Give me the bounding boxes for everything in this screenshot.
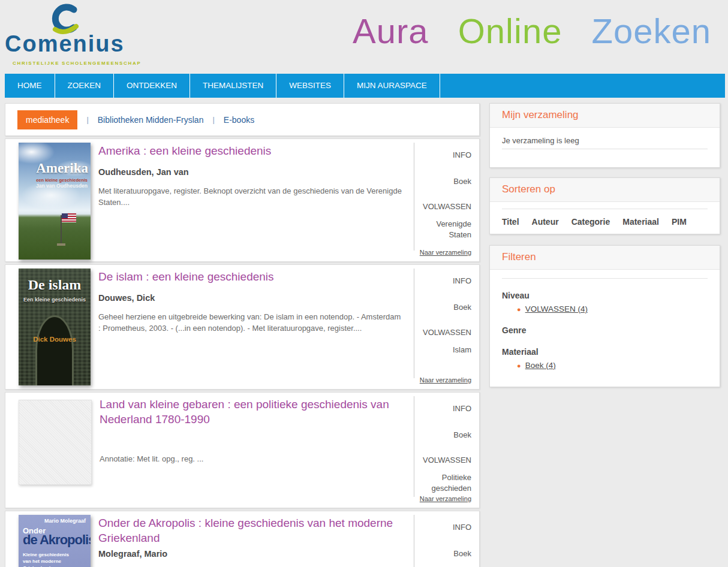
- result-author: Oudheusden, Jan van: [98, 167, 404, 178]
- bullet-icon: ●: [517, 306, 521, 313]
- add-to-collection-link[interactable]: Naar verzameling: [420, 376, 471, 384]
- filter-group-label: Niveau: [502, 291, 708, 300]
- info-link[interactable]: INFO: [453, 150, 471, 159]
- comenius-c-icon: [46, 4, 85, 35]
- material-label: Boek: [453, 177, 471, 186]
- result-title[interactable]: Land van kleine gebaren : een politieke …: [100, 397, 404, 427]
- main-nav: HOME ZOEKEN ONTDEKKEN THEMALIJSTEN WEBSI…: [5, 74, 725, 98]
- result-meta: INFO Boek VOLWASSEN Islam Naar verzameli…: [414, 265, 479, 389]
- result-row-2: De islam Een kleine geschiedenis Dick Do…: [5, 264, 480, 390]
- brand-name: Comenius: [5, 31, 125, 57]
- result-row-3: Land van kleine gebaren : een politieke …: [5, 392, 480, 508]
- subject-label: Politieke geschieden: [414, 472, 471, 494]
- divider: [502, 278, 708, 279]
- nav-item-ontdekken[interactable]: ONTDEKKEN: [114, 74, 190, 98]
- result-title[interactable]: Onder de Akropolis : kleine geschiedenis…: [98, 516, 404, 545]
- info-link[interactable]: INFO: [453, 404, 471, 413]
- result-title[interactable]: Amerika : een kleine geschiedenis: [98, 144, 404, 159]
- add-to-collection-link[interactable]: Naar verzameling: [420, 249, 471, 256]
- collection-empty-text: Je verzameling is leeg: [502, 128, 708, 149]
- book-cover-placeholder[interactable]: [19, 400, 92, 485]
- sidebar: Mijn verzameling Je verzameling is leeg …: [489, 103, 720, 387]
- result-details: Amerika : een kleine geschiedenis Oudheu…: [91, 139, 414, 261]
- us-flag-graphic: [62, 213, 76, 222]
- sort-by-auteur[interactable]: Auteur: [532, 217, 559, 227]
- comenius-logo[interactable]: Comenius CHRISTELIJKE SCHOLENGEMEENSCHAP: [5, 4, 149, 71]
- material-label: Boek: [453, 430, 471, 439]
- sort-by-pim[interactable]: PIM: [672, 217, 687, 227]
- result-row-4: Mario Molegraaf Onder de Akropolis Klein…: [5, 511, 480, 567]
- tab-separator: |: [86, 115, 88, 124]
- cover-author: Jan van Oudheusden: [19, 183, 88, 189]
- nav-item-websites[interactable]: WEBSITES: [276, 74, 344, 98]
- result-author: Douwes, Dick: [98, 293, 404, 304]
- book-cover-amerika[interactable]: Amerika een kleine geschiedenis Jan van …: [19, 143, 91, 260]
- nav-item-home[interactable]: HOME: [5, 74, 55, 98]
- sort-by-titel[interactable]: Titel: [502, 217, 519, 227]
- result-meta: INFO Boek VOLWASSEN Politieke geschieden…: [414, 393, 479, 508]
- app-title-word-3: Zoeken: [592, 11, 711, 50]
- main-content: mediatheek | Bibliotheken Midden-Fryslan…: [5, 103, 725, 567]
- bullet-icon: ●: [517, 362, 521, 369]
- filter-group-niveau: Niveau ●VOLWASSEN (4): [490, 291, 720, 313]
- result-description: Met literatuuropgave, register. Beknopt …: [98, 186, 404, 209]
- cover-title-line2: de Akropolis: [23, 532, 91, 548]
- add-to-collection-link[interactable]: Naar verzameling: [420, 495, 471, 502]
- cover-subtitle: Kleine geschiedenis van het moderne Grie…: [23, 552, 71, 567]
- collection-panel-title: Mijn verzameling: [490, 104, 720, 128]
- subject-label: Verenigde Staten: [414, 219, 471, 240]
- level-label: VOLWASSEN: [423, 456, 471, 465]
- filter-option: ●Boek (4): [517, 361, 708, 370]
- result-details: De islam : een kleine geschiedenis Douwe…: [91, 265, 414, 389]
- sort-panel: Sorteren op Titel Auteur Categorie Mater…: [489, 177, 720, 234]
- info-link[interactable]: INFO: [453, 523, 471, 532]
- app-title-word-2: Online: [458, 11, 562, 50]
- filter-panel-title: Filteren: [490, 246, 720, 270]
- filter-panel: Filteren Niveau ●VOLWASSEN (4) Genre Mat…: [489, 245, 720, 387]
- result-details: Onder de Akropolis : kleine geschiedenis…: [91, 511, 414, 567]
- cover-author: Dick Douwes: [19, 336, 91, 343]
- book-cover-akropolis[interactable]: Mario Molegraaf Onder de Akropolis Klein…: [19, 515, 91, 567]
- sort-options: Titel Auteur Categorie Materiaal PIM: [490, 209, 720, 234]
- sort-by-categorie[interactable]: Categorie: [571, 217, 610, 227]
- filter-boek-link[interactable]: Boek (4): [525, 361, 556, 370]
- nav-item-mijn-auraspace[interactable]: MIJN AURASPACE: [344, 74, 440, 98]
- material-label: Boek: [453, 549, 471, 558]
- nav-item-themalijsten[interactable]: THEMALIJSTEN: [190, 74, 276, 98]
- filter-group-label: Genre: [502, 325, 708, 335]
- tab-separator: |: [212, 115, 214, 124]
- info-link[interactable]: INFO: [453, 276, 471, 285]
- filter-group-label: Materiaal: [502, 347, 708, 357]
- source-tabbar: mediatheek | Bibliotheken Midden-Fryslan…: [5, 103, 480, 136]
- nav-item-zoeken[interactable]: ZOEKEN: [55, 74, 115, 98]
- result-row-1: Amerika een kleine geschiedenis Jan van …: [5, 138, 480, 262]
- material-label: Boek: [453, 303, 471, 312]
- tab-bibliotheken[interactable]: Bibliotheken Midden-Fryslan: [98, 115, 204, 125]
- book-cover-islam[interactable]: De islam Een kleine geschiedenis Dick Do…: [19, 269, 91, 385]
- arch-graphic: [35, 315, 74, 385]
- filter-volwassen-link[interactable]: VOLWASSEN (4): [525, 304, 588, 313]
- cover-subtitle: een kleine geschiedenis: [19, 177, 88, 183]
- filter-option: ●VOLWASSEN (4): [517, 304, 708, 313]
- app-title-word-1: Aura: [353, 11, 429, 50]
- result-author: Molegraaf, Mario: [98, 549, 404, 560]
- brand-tagline: CHRISTELIJKE SCHOLENGEMEENSCHAP: [13, 61, 142, 66]
- cover-author: Mario Molegraaf: [19, 518, 86, 524]
- level-label: VOLWASSEN: [423, 328, 471, 337]
- result-description: Annotatie: Met lit. opg., reg. ...: [100, 454, 404, 465]
- filter-body: Niveau ●VOLWASSEN (4) Genre Materiaal ●B…: [490, 278, 720, 387]
- result-title[interactable]: De islam : een kleine geschiedenis: [98, 270, 404, 285]
- cover-title: Amerika: [19, 161, 88, 176]
- cover-subtitle: Een kleine geschiedenis: [19, 297, 91, 303]
- tab-mediatheek[interactable]: mediatheek: [17, 110, 77, 129]
- result-description: Geheel herziene en uitgebreide bewerking…: [98, 312, 404, 334]
- result-meta: INFO Boek: [414, 511, 479, 567]
- level-label: VOLWASSEN: [423, 202, 471, 211]
- app-title: Aura Online Zoeken: [353, 11, 711, 51]
- filter-group-genre: Genre: [490, 325, 720, 335]
- subject-label: Islam: [453, 345, 471, 355]
- sort-panel-title: Sorteren op: [490, 178, 720, 202]
- sort-by-materiaal[interactable]: Materiaal: [622, 217, 659, 227]
- tab-ebooks[interactable]: E-books: [224, 115, 254, 125]
- collection-body: Je verzameling is leeg: [490, 128, 720, 167]
